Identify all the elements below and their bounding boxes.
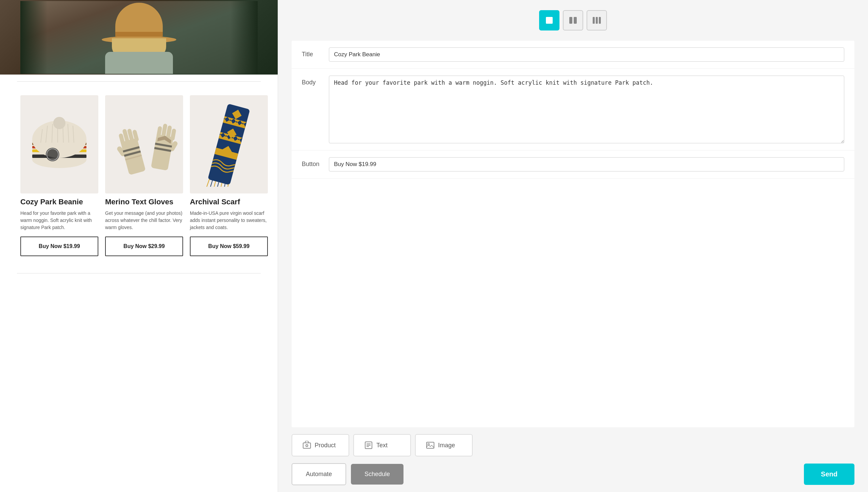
product-image-beanie bbox=[20, 95, 98, 193]
product-card-beanie: Cozy Park Beanie Head for your favorite … bbox=[17, 92, 102, 260]
svg-rect-54 bbox=[599, 17, 601, 24]
form-row-title: Title bbox=[292, 41, 854, 69]
svg-rect-61 bbox=[427, 442, 434, 448]
title-input[interactable] bbox=[329, 47, 844, 62]
automate-button[interactable]: Automate bbox=[292, 463, 346, 485]
svg-line-42 bbox=[206, 179, 210, 187]
title-label: Title bbox=[302, 47, 329, 58]
svg-rect-51 bbox=[574, 17, 577, 24]
button-label: Button bbox=[302, 157, 329, 168]
product-image-scarf bbox=[190, 95, 268, 193]
svg-line-45 bbox=[216, 182, 219, 187]
product-card-gloves: Merino Text Gloves Get your message (and… bbox=[102, 92, 186, 260]
svg-rect-52 bbox=[593, 17, 595, 24]
svg-line-44 bbox=[213, 181, 216, 187]
product-desc-gloves: Get your message (and your photos) acros… bbox=[105, 210, 183, 231]
schedule-button[interactable]: Schedule bbox=[351, 464, 403, 485]
button-input[interactable] bbox=[329, 157, 844, 171]
right-panel: Title Body Head for your favorite park w… bbox=[278, 0, 868, 492]
product-desc-beanie: Head for your favorite park with a warm … bbox=[20, 210, 98, 231]
form-row-body: Body Head for your favorite park with a … bbox=[292, 69, 854, 150]
svg-rect-50 bbox=[569, 17, 572, 24]
send-button[interactable]: Send bbox=[804, 464, 854, 485]
bottom-divider bbox=[17, 273, 261, 273]
product-name-beanie: Cozy Park Beanie bbox=[20, 198, 98, 206]
product-type-label: Product bbox=[315, 442, 336, 449]
product-desc-scarf: Made-in-USA pure virgin wool scarf adds … bbox=[190, 210, 268, 231]
svg-point-16 bbox=[53, 117, 65, 129]
svg-rect-53 bbox=[596, 17, 598, 24]
product-name-gloves: Merino Text Gloves bbox=[105, 198, 183, 206]
layout-double-button[interactable] bbox=[563, 10, 583, 30]
svg-point-56 bbox=[306, 445, 308, 447]
buy-button-gloves[interactable]: Buy Now $29.99 bbox=[105, 237, 183, 256]
buy-button-scarf[interactable]: Buy Now $59.99 bbox=[190, 237, 268, 256]
svg-rect-35 bbox=[208, 104, 250, 185]
content-type-buttons: Product Text Image bbox=[292, 434, 854, 456]
image-type-label: Image bbox=[438, 442, 455, 449]
svg-line-47 bbox=[223, 184, 226, 187]
form-row-button: Button bbox=[292, 150, 854, 179]
layout-triple-button[interactable] bbox=[587, 10, 607, 30]
body-textarea[interactable]: Head for your favorite park with a warm … bbox=[329, 76, 844, 143]
svg-rect-49 bbox=[546, 17, 553, 24]
svg-rect-55 bbox=[303, 443, 311, 448]
svg-point-14 bbox=[46, 148, 59, 161]
body-label: Body bbox=[302, 76, 329, 86]
content-type-image-button[interactable]: Image bbox=[415, 434, 473, 456]
left-panel: Cozy Park Beanie Head for your favorite … bbox=[0, 0, 278, 492]
svg-line-46 bbox=[220, 183, 222, 187]
section-divider bbox=[17, 81, 261, 82]
text-type-label: Text bbox=[376, 442, 388, 449]
svg-line-43 bbox=[210, 180, 213, 187]
layout-buttons bbox=[292, 10, 854, 30]
product-image-gloves bbox=[105, 95, 183, 193]
hero-image bbox=[0, 0, 278, 75]
products-grid: Cozy Park Beanie Head for your favorite … bbox=[0, 88, 278, 266]
layout-single-button[interactable] bbox=[539, 10, 559, 30]
product-card-scarf: Archival Scarf Made-in-USA pure virgin w… bbox=[186, 92, 271, 260]
form-section: Title Body Head for your favorite park w… bbox=[292, 41, 854, 427]
bottom-actions: Automate Schedule Send bbox=[292, 463, 854, 485]
content-type-text-button[interactable]: Text bbox=[353, 434, 411, 456]
product-name-scarf: Archival Scarf bbox=[190, 198, 268, 206]
buy-button-beanie[interactable]: Buy Now $19.99 bbox=[20, 237, 98, 256]
content-type-product-button[interactable]: Product bbox=[292, 434, 349, 456]
